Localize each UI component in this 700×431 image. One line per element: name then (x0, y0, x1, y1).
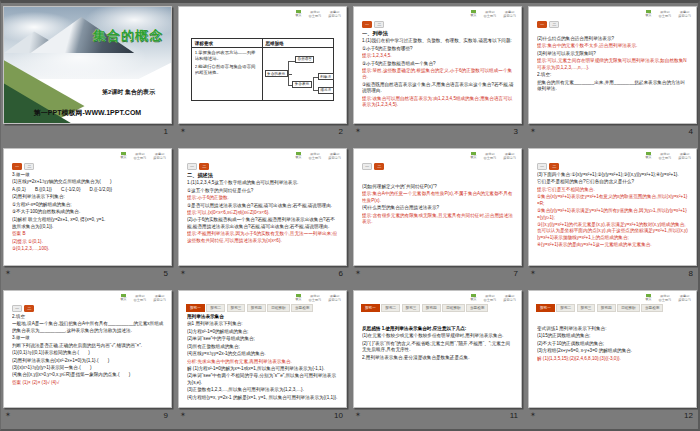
slide-thumbnail-7[interactable]: 首页课前篇自主预习课堂篇探究学习 一二 (3)如何理解定义中的“共同特征P(x)… (353, 148, 522, 266)
slide-text-line: 1.掌握集合的表示方法——列举法和描述法。 (195, 50, 259, 62)
slide-text-line (537, 30, 689, 35)
slide-sorter-view: 集合的概念 第2课时 集合的表示 第一PPT模板网-WWW.1PPT.COM 1… (0, 0, 700, 431)
diagram-connector (313, 77, 317, 78)
section-badge: 一 (362, 21, 372, 28)
nav-section-item: 课堂篇探究学习 (328, 294, 341, 302)
slide-text-line: (2)不大于10的正偶数组成的集合; (537, 341, 689, 347)
explore-tab: 当堂检测 (641, 304, 663, 312)
slide-text-line: (2)“{ }”表示“所有”的含义,不能省略;元素之间用“,”隔开,不能用“、”… (362, 341, 514, 354)
nav-section-item: 课前篇自主预习 (659, 10, 672, 18)
slide-body-text: (3)下面四个集合:①{x|y=x²+1};②{y|y=x²+1};③{(x,y… (537, 172, 689, 263)
nav-section-item: 课前篇自主预习 (309, 10, 322, 18)
transition-star-icon: ✶ (355, 411, 361, 419)
slide-thumbnail-1[interactable]: 集合的概念 第2课时 集合的表示 第一PPT模板网-WWW.1PPT.COM (3, 6, 172, 124)
slide-text-line: 提示:集合A中的任意一个元素都具有性质P(x),不属于集合A的元素都不具有性质P… (362, 191, 514, 204)
slide-text-line: ②集合{y|y=x²+1}表示满足y=x²+1的所有y值的集合,因为y≥1,所以… (537, 208, 689, 221)
slide-thumbnail-4[interactable]: 首页课前篇自主预习课堂篇探究学习 一二 (2)什么特点的集合适合用列举法表示?提… (528, 6, 697, 124)
slide-header-nav: 首页课前篇自主预习课堂篇探究学习 (295, 152, 341, 160)
slide-text-line: (3)正整数有1,2,3,…,所以集合可用列举法表示为{1,2,3,…}. (187, 387, 339, 393)
section-badge: 一 (12, 163, 22, 170)
explore-tab-bar: 探究一探究二探究三探究四思维辨析当堂检测 (536, 304, 689, 312)
nav-home-marker-icon (296, 10, 301, 13)
slide-meta: ✶ 7 (353, 268, 522, 286)
explore-tab: 探究一 (536, 304, 555, 312)
nav-home-marker-icon (471, 152, 476, 155)
diagram-branch-box: 自然语言 (295, 56, 314, 63)
slide-text-line: (2)提示 ①{0,1}. (12, 239, 164, 245)
nav-section-item: 课前篇自主预习 (659, 294, 672, 302)
slide-header-nav: 首页课前篇自主预习课堂篇探究学习 (645, 10, 691, 18)
slide-text-line: (4)方程组{y=x, y=2x-1 的解是{x=1, y=1, 所以集合可用列… (187, 395, 339, 401)
nav-home-marker-icon (121, 294, 126, 297)
nav-home-marker-icon (646, 152, 651, 155)
diagram-connector (288, 74, 292, 75)
deck-subtitle: 第2课时 集合的表示 (102, 88, 155, 97)
slide-thumbnail-9[interactable]: 首页课前篇自主预习课堂篇探究学习 一二 2.填空一般地,设A是一个集合,我们把集… (3, 290, 172, 408)
requirements-table: 课标要求 思维脉络 1.掌握集合的表示方法——列举法和描述法。2.能进行自然语言… (191, 38, 335, 101)
slide-thumbnail-3[interactable]: 首页课前篇自主预习课堂篇探究学习 一二 一、列举法1.(1)我们在初中学习过正整… (353, 6, 522, 124)
slide-text-line: 用列举法表示集合 (187, 314, 339, 320)
slide-number: 8 (689, 269, 693, 278)
slide-cell-1: 集合的概念 第2课时 集合的表示 第一PPT模板网-WWW.1PPT.COM 1 (1, 3, 176, 145)
slide-text-line: 它们是不是相同的集合?它们各自的含义是什么? (537, 179, 689, 185)
slide-meta: 1 (3, 126, 172, 144)
slide-text-line: (1)直线y=2x+1与y轴的交点所组成的集合为( ) (12, 179, 164, 185)
slide-cell-11: 首页课前篇自主预习课堂篇探究学习 探究一探究二探究三探究四思维辨析当堂检测 反思… (351, 287, 526, 429)
explore-tab: 当堂检测 (291, 304, 313, 312)
section-badges: 一二 (362, 21, 384, 28)
transition-star-icon: ✶ (180, 269, 186, 277)
slide-text-line: 提示:该集合可以用自然语言表示为:由1,2,3,4,5组成的集合;用集合语言可以… (362, 96, 514, 109)
nav-home-item: 首页 (645, 294, 651, 301)
slide-text-line: ②{0,1,2,3,…,100}. (12, 246, 164, 252)
section-badges: 一二 (362, 163, 384, 170)
diagram-root-box: 集合的表示 (265, 70, 288, 77)
slide-cell-10: 首页课前篇自主预习课堂篇探究学习 探究一探究二探究三探究四思维辨析当堂检测 用列… (176, 287, 351, 429)
slide-text-line: 提示:含有很多元素的有限集或无限集,且元素具有共同特征时,适合用描述法表示. (362, 213, 514, 226)
explore-tab: 思维辨析 (267, 304, 289, 312)
nav-section-item: 课前篇自主预习 (134, 152, 147, 160)
slide-text-line (537, 314, 689, 319)
diagram-leaf-box: 列举法 (318, 73, 334, 80)
nav-section-item: 课堂篇探究学习 (678, 294, 691, 302)
slide-text-line: 答案 B (12, 231, 164, 237)
slide-thumbnail-11[interactable]: 首页课前篇自主预习课堂篇探究学习 探究一探究二探究三探究四思维辨析当堂检测 反思… (353, 290, 522, 408)
slide-thumbnail-8[interactable]: 首页课前篇自主预习课堂篇探究学习 一二 (3)下面四个集合:①{x|y=x²+1… (528, 148, 697, 266)
slide-number: 1 (164, 127, 168, 136)
slide-text-line (362, 314, 514, 319)
slide-thumbnail-6[interactable]: 首页课前篇自主预习课堂篇探究学习 一二 二、描述法1.(1)1,2,3,4,5这… (178, 148, 347, 266)
slide-text-line: ①集合{x|y=x²+1}表示使y=x²+1有意义的x的取值范围的集合,所以{x… (537, 194, 689, 207)
slide-thumbnail-2[interactable]: 首页课前篇自主预习课堂篇探究学习 课标要求 思维脉络 1.掌握集合的表示方法——… (178, 6, 347, 124)
explore-tab: 探究四 (597, 304, 616, 312)
explore-tab: 探究三 (402, 304, 421, 312)
slide-text-line: 1.(1)我们在初中学习过正整数、负整数、有理数、实数等,请思考以下问题: (362, 38, 514, 44)
slide-text-line: (3)下面四个集合:①{x|y=x²+1};②{y|y=x²+1};③{(x,y… (537, 172, 689, 178)
nav-section-item: 课堂篇探究学习 (153, 294, 166, 302)
slide-header-nav: 首页课前篇自主预习课堂篇探究学习 (120, 294, 166, 302)
nav-section-item: 课前篇自主预习 (484, 10, 497, 18)
slide-text-line: ④{y=x²+1}表示的是由y=x²+1这一元素组成的单元素集合. (537, 242, 689, 248)
diagram-connector (313, 90, 317, 91)
section-badge: 一 (537, 21, 547, 28)
slide-text-line: 分析:先求出集合中的所有元素,再用列举法表示集合. (187, 359, 339, 365)
nav-home-marker-icon (121, 152, 126, 155)
transition-star-icon: ✶ (180, 127, 186, 135)
section-badge: 一 (537, 163, 547, 170)
explore-tab: 探究二 (381, 304, 400, 312)
slide-text-line: (3){x|x>1}与{y|y>1}表示同一集合.( ) (12, 365, 164, 371)
slide-thumbnail-10[interactable]: 首页课前篇自主预习课堂篇探究学习 探究一探究二探究三探究四思维辨析当堂检测 用列… (178, 290, 347, 408)
slide-cell-4: 首页课前篇自主预习课堂篇探究学习 一二 (2)什么特点的集合适合用列举法表示?提… (526, 3, 700, 145)
section-badges: 一二 (187, 163, 209, 170)
slide-thumbnail-12[interactable]: 首页课前篇自主预习课堂篇探究学习 探究一探究二探究三探究四思维辨析当堂检测 变式… (528, 290, 697, 408)
slide-thumbnail-5[interactable]: 首页课前篇自主预习课堂篇探究学习 一二 3.做一做(1)直线y=2x+1与y轴的… (3, 148, 172, 266)
slide-text-line (362, 178, 514, 183)
table-header-left: 课标要求 (192, 39, 263, 48)
nav-home-item: 首页 (120, 294, 126, 301)
slide-text-line: ①这五个数字的共同特征是什么? (187, 188, 339, 194)
slide-text-line: (1)解析 联立方程组{y=2x+1, x=0, 得{x=0, y=1. (12, 217, 164, 223)
slide-meta: ✶ 6 (178, 268, 347, 286)
slide-text-line: 提示:不能用列举法表示,因为小于6的实数有无数个,且无法一一列举出来;但这些数有… (187, 231, 339, 244)
nav-section-item: 课堂篇探究学习 (328, 152, 341, 160)
nav-home-item: 首页 (470, 152, 476, 159)
slide-text-line: ②是否可以用描述法表示该集合?若能,请写出该集合;若不能,请说明理由. (187, 203, 339, 209)
slide-text-line: ③能否既用自然语言表示这个集合,又用集合语言表示出这个集合?若不能,请说明理由. (362, 82, 514, 95)
